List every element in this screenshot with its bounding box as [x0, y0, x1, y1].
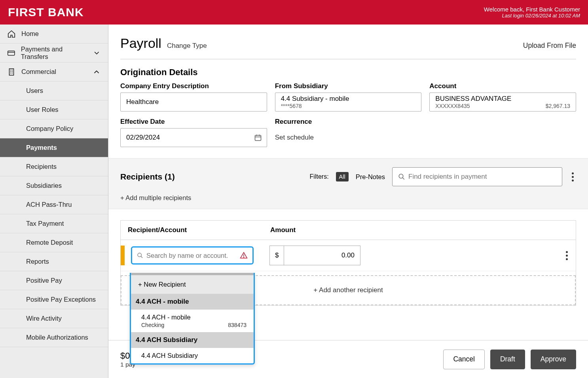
sidebar-nav: Home Payments and Transfers Commercial U… — [0, 25, 108, 378]
from-subsidiary-select[interactable]: 4.4 Subsidiary - mobile ****5678 — [275, 93, 422, 112]
nav-ach-passthru[interactable]: ACH Pass-Thru — [0, 195, 108, 214]
last-login-text: Last login 02/26/2024 at 10:02 AM — [484, 13, 580, 19]
add-multiple-recipients-link[interactable]: + Add multiple recipients — [120, 194, 576, 202]
app-header: FIRST BANK Welcome back, First Bank Cust… — [0, 0, 588, 25]
nav-positive-pay[interactable]: Positive Pay — [0, 271, 108, 290]
recipient-dropdown: + New Recipient 4.4 ACH - mobile 4.4 ACH… — [130, 273, 255, 365]
search-icon — [398, 173, 405, 180]
account-label: Account — [429, 82, 576, 90]
home-icon — [7, 30, 16, 38]
divider — [120, 59, 576, 59]
effective-date-input[interactable]: 02/29/2024 — [120, 128, 267, 147]
nav-recipients[interactable]: Recipients — [0, 157, 108, 176]
svg-point-15 — [138, 253, 141, 257]
nav-wire-activity[interactable]: Wire Activity — [0, 309, 108, 328]
draft-button[interactable]: Draft — [490, 350, 525, 369]
filter-prenotes[interactable]: Pre-Notes — [356, 173, 385, 181]
nav-reports[interactable]: Reports — [0, 252, 108, 271]
recipients-heading: Recipients (1) — [120, 172, 175, 181]
nav-payments-transfers[interactable]: Payments and Transfers — [0, 43, 108, 62]
nav-users[interactable]: Users — [0, 81, 108, 100]
search-icon — [137, 252, 143, 259]
svg-line-16 — [141, 256, 142, 258]
recipients-menu-button[interactable] — [569, 170, 576, 184]
from-subsidiary-label: From Subsidiary — [275, 82, 422, 90]
dropdown-item-ach-mobile[interactable]: 4.4 ACH - mobile Checking 838473 — [131, 310, 254, 332]
nav-user-roles[interactable]: User Roles — [0, 100, 108, 119]
amount-input-group: $ — [269, 246, 360, 265]
main-content: Payroll Change Type Upload From File Ori… — [108, 25, 588, 378]
svg-rect-2 — [9, 68, 14, 75]
approve-button[interactable]: Approve — [531, 350, 576, 369]
col-recipient-account: Recipient/Account — [128, 226, 270, 234]
card-icon — [7, 49, 15, 57]
filters-label: Filters: — [310, 173, 329, 180]
recipient-row: + New Recipient 4.4 ACH - mobile 4.4 ACH… — [121, 240, 576, 271]
svg-point-13 — [399, 174, 403, 178]
amount-input[interactable] — [284, 246, 360, 265]
dropdown-group-header-2: 4.4 ACH Subsidiary — [131, 332, 254, 348]
building-icon — [7, 68, 16, 76]
dropdown-item-ach-subsidiary[interactable]: 4.4 ACH Subsidiary — [131, 348, 254, 363]
welcome-text: Welcome back, First Bank Customer — [484, 6, 580, 13]
cancel-button[interactable]: Cancel — [443, 350, 484, 369]
nav-home[interactable]: Home — [0, 25, 108, 43]
chevron-down-icon — [93, 49, 101, 57]
account-balance: $2,967.13 — [546, 103, 570, 109]
set-schedule-link[interactable]: Set schedule — [275, 128, 314, 142]
svg-line-14 — [402, 178, 404, 180]
recipients-table: Recipient/Account Amount + New Recip — [120, 220, 576, 306]
effective-date-label: Effective Date — [120, 118, 267, 126]
nav-payments[interactable]: Payments — [0, 138, 108, 157]
nav-positive-pay-exceptions[interactable]: Positive Pay Exceptions — [0, 290, 108, 309]
recipient-name-input[interactable] — [146, 252, 237, 259]
account-select[interactable]: BUSINESS ADVANTAGE XXXXXX8435 $2,967.13 — [429, 93, 576, 112]
nav-subsidiaries[interactable]: Subsidiaries — [0, 176, 108, 195]
svg-point-18 — [243, 257, 244, 257]
filter-all-pill[interactable]: All — [336, 172, 349, 181]
nav-commercial[interactable]: Commercial — [0, 62, 108, 81]
company-desc-input[interactable]: Healthcare — [120, 93, 267, 112]
svg-rect-9 — [255, 135, 261, 140]
dropdown-group-header: 4.4 ACH - mobile — [131, 294, 254, 310]
company-desc-label: Company Entry Description — [120, 82, 267, 90]
chevron-up-icon — [92, 68, 101, 76]
recurrence-label: Recurrence — [275, 118, 422, 126]
change-type-link[interactable]: Change Type — [167, 42, 207, 50]
upload-from-file-link[interactable]: Upload From File — [523, 42, 576, 50]
nav-tax-payment[interactable]: Tax Payment — [0, 214, 108, 233]
calendar-icon — [254, 134, 262, 142]
svg-rect-0 — [8, 51, 15, 55]
currency-symbol: $ — [270, 246, 284, 265]
nav-company-policy[interactable]: Company Policy — [0, 119, 108, 138]
nav-remote-deposit[interactable]: Remote Deposit — [0, 233, 108, 252]
col-amount: Amount — [270, 226, 369, 234]
bank-logo: FIRST BANK — [8, 6, 84, 19]
recipient-name-search[interactable] — [131, 246, 254, 265]
dropdown-new-recipient[interactable]: + New Recipient — [131, 275, 254, 294]
row-menu-button[interactable] — [563, 249, 570, 263]
page-title: Payroll — [120, 36, 161, 51]
warning-icon — [240, 251, 248, 259]
origination-heading: Origination Details — [108, 67, 588, 82]
nav-mobile-authorizations[interactable]: Mobile Authorizations — [0, 328, 108, 347]
recipient-search-input[interactable] — [408, 173, 556, 181]
welcome-block: Welcome back, First Bank Customer Last l… — [484, 6, 580, 19]
row-warning-bar — [121, 246, 125, 265]
recipient-search-box[interactable] — [392, 167, 562, 186]
